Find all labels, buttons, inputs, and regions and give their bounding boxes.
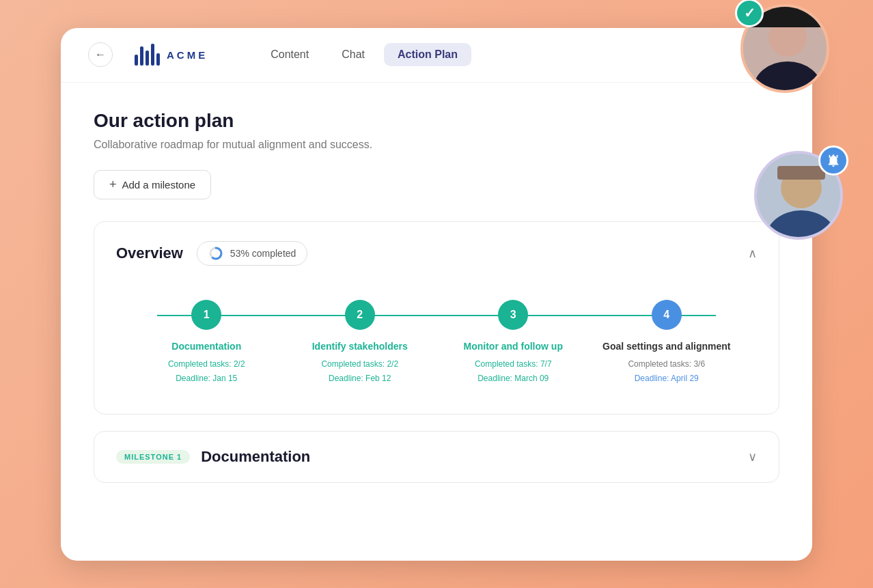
milestone-label-2: Identify stakeholders bbox=[312, 341, 408, 352]
progress-badge: 53% completed bbox=[197, 241, 308, 266]
nav-item-content[interactable]: Content bbox=[257, 43, 322, 66]
milestone-info-3: Completed tasks: 7/7 Deadline: March 09 bbox=[475, 357, 552, 387]
progress-text: 53% completed bbox=[230, 248, 296, 259]
milestone-item-4: 4 Goal settings and alignment Completed … bbox=[590, 300, 744, 387]
milestone-item-2: 2 Identify stakeholders Completed tasks:… bbox=[283, 300, 437, 387]
main-content: Our action plan Collaborative roadmap fo… bbox=[61, 83, 812, 510]
milestone-circle-1: 1 bbox=[191, 300, 221, 330]
milestone-label-3: Monitor and follow up bbox=[464, 341, 563, 352]
milestone-tasks-3: Completed tasks: 7/7 bbox=[475, 359, 552, 369]
add-milestone-label: Add a milestone bbox=[122, 179, 196, 191]
page-title: Our action plan bbox=[94, 110, 779, 132]
milestone-circle-2: 2 bbox=[345, 300, 375, 330]
milestone-deadline-2: Deadline: Feb 12 bbox=[329, 374, 391, 383]
app-container: ✓ ← bbox=[61, 28, 812, 561]
collapse-button[interactable]: ∧ bbox=[748, 246, 757, 261]
milestone-items: 1 Documentation Completed tasks: 2/2 Dea… bbox=[130, 300, 743, 387]
progress-ring bbox=[208, 246, 223, 261]
milestone-info-1: Completed tasks: 2/2 Deadline: Jan 15 bbox=[168, 357, 245, 387]
timeline: 1 Documentation Completed tasks: 2/2 Dea… bbox=[116, 300, 757, 387]
nav-item-chat[interactable]: Chat bbox=[328, 43, 378, 66]
overview-title: Overview bbox=[116, 244, 183, 262]
milestone-card-header: MILESTONE 1 Documentation ∨ bbox=[116, 448, 757, 466]
overview-card: Overview 53% completed ∧ bbox=[94, 221, 779, 415]
avatar-mid-right-wrapper bbox=[754, 151, 843, 240]
milestone-card-title: Documentation bbox=[201, 448, 310, 466]
milestone-tasks-2: Completed tasks: 2/2 bbox=[321, 359, 398, 369]
milestone-label-4: Goal settings and alignment bbox=[602, 341, 730, 352]
nav-item-action-plan[interactable]: Action Plan bbox=[384, 43, 471, 66]
page-subtitle: Collaborative roadmap for mutual alignme… bbox=[94, 139, 779, 151]
svg-rect-5 bbox=[777, 166, 825, 180]
svg-point-4 bbox=[766, 210, 837, 240]
back-button[interactable]: ← bbox=[88, 42, 113, 67]
checkmark-badge: ✓ bbox=[735, 0, 764, 27]
logo-text: ACME bbox=[167, 49, 208, 61]
bell-badge bbox=[818, 145, 848, 176]
logo-icon bbox=[135, 44, 160, 66]
milestone-deadline-1: Deadline: Jan 15 bbox=[176, 374, 237, 383]
add-milestone-button[interactable]: + Add a milestone bbox=[94, 170, 211, 199]
milestone-tasks-1: Completed tasks: 2/2 bbox=[168, 359, 245, 369]
milestone-tasks-4: Completed tasks: 3/6 bbox=[628, 359, 705, 369]
milestone-deadline-4: Deadline: April 29 bbox=[635, 374, 699, 383]
milestone-deadline-3: Deadline: March 09 bbox=[477, 374, 549, 383]
milestone-circle-3: 3 bbox=[498, 300, 528, 330]
header: ← ACME Content Chat Action Plan bbox=[61, 28, 812, 83]
chevron-down-icon[interactable]: ∨ bbox=[748, 449, 757, 464]
svg-point-1 bbox=[753, 61, 822, 93]
main-nav: Content Chat Action Plan bbox=[257, 43, 471, 66]
milestone-card-1: MILESTONE 1 Documentation ∨ bbox=[94, 431, 779, 483]
milestone-info-4: Completed tasks: 3/6 Deadline: April 29 bbox=[628, 357, 705, 387]
milestone-circle-4: 4 bbox=[652, 300, 682, 330]
milestone-item-3: 3 Monitor and follow up Completed tasks:… bbox=[436, 300, 590, 387]
plus-icon: + bbox=[109, 178, 117, 192]
overview-header: Overview 53% completed ∧ bbox=[116, 241, 757, 266]
milestone-item-1: 1 Documentation Completed tasks: 2/2 Dea… bbox=[130, 300, 283, 387]
milestone-label-1: Documentation bbox=[171, 341, 241, 352]
milestone-info-2: Completed tasks: 2/2 Deadline: Feb 12 bbox=[321, 357, 398, 387]
logo: ACME bbox=[135, 44, 208, 66]
avatar-top-right-wrapper: ✓ bbox=[740, 4, 829, 93]
milestone-card-badge: MILESTONE 1 bbox=[116, 450, 190, 464]
